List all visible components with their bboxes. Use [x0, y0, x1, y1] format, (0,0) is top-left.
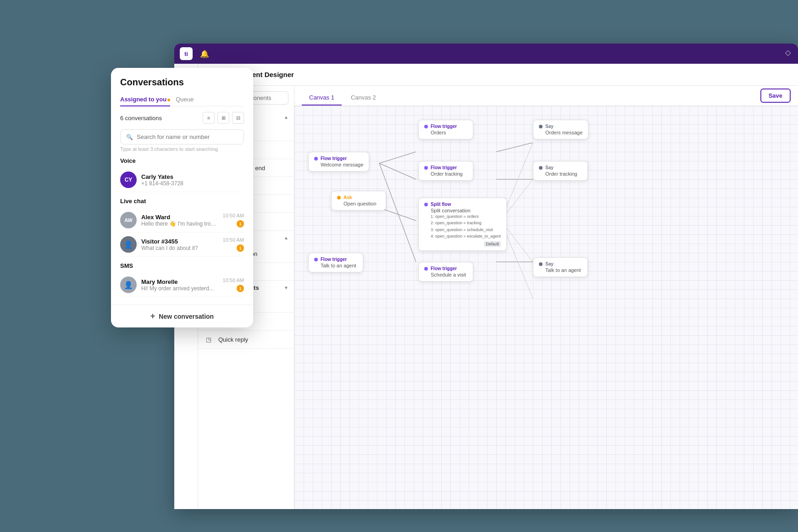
top-bar: ti 🔔 ◇	[174, 44, 798, 64]
app-logo: ti	[180, 47, 193, 60]
node-dot-split	[424, 203, 428, 206]
app-window: ti 🔔 ◇ 🏠 Order requests Designer ◀ Virtu…	[174, 44, 798, 509]
mary-name: Mary Morelle	[141, 278, 218, 285]
visitor-meta: 10:50 AM 1	[223, 237, 244, 252]
avatar-alex: AW	[120, 212, 137, 228]
flow-node-schedule[interactable]: Flow trigger Schedule a visit	[418, 262, 473, 282]
conversations-card: Conversations Assigned to you Queue 6 co…	[111, 68, 253, 327]
digital-toggle-icon: ▼	[284, 285, 288, 290]
visitor-info: Visitor #3455 What can I do about it?	[141, 238, 218, 251]
conversations-title: Conversations	[120, 77, 244, 88]
contact-mary-morelle[interactable]: 👤 Mary Morelle Hi! My order arrived yest…	[120, 273, 244, 297]
default-badge: Default	[484, 241, 501, 247]
alex-info: Alex Ward Hello there 👋 I'm having troub…	[141, 214, 218, 227]
alex-name: Alex Ward	[141, 214, 218, 221]
bell-icon[interactable]: 🔔	[198, 47, 211, 60]
voice-section-label: Voice	[120, 157, 244, 164]
new-conversation-button[interactable]: + New conversation	[111, 305, 253, 327]
flow-node-say-agent[interactable]: Say Talk to an agent	[533, 257, 588, 277]
general-toggle-icon: ▲	[284, 115, 288, 120]
conv-tab-assigned[interactable]: Assigned to you	[120, 93, 170, 106]
conv-action-buttons: ≡ ⊞ ⊟	[203, 112, 244, 124]
mary-meta: 10:50 AM 1	[223, 277, 244, 292]
flow-node-split[interactable]: Split flow Split conversation 1: open_qu…	[418, 198, 507, 251]
flow-node-orders[interactable]: Flow trigger Orders	[418, 120, 473, 139]
flow-node-ask[interactable]: Ask Open question	[331, 191, 386, 211]
canvas-tab-2[interactable]: Canvas 2	[344, 90, 383, 105]
flow-node-say-tracking[interactable]: Say Order tracking	[533, 161, 588, 181]
plus-icon: +	[150, 311, 155, 321]
node-dot-say-agent	[539, 262, 543, 266]
alex-time: 10:50 AM	[223, 213, 244, 218]
conversations-tabs: Assigned to you Queue	[120, 93, 244, 106]
conversations-header: Conversations Assigned to you Queue	[111, 68, 253, 106]
agent-header: ◀ Virtual Agent Designer	[198, 64, 798, 86]
carly-name: Carly Yates	[141, 173, 244, 180]
svg-line-3	[379, 163, 416, 262]
avatar-mary: 👤	[120, 277, 137, 293]
node-dot-say-tracking	[539, 166, 543, 170]
alex-preview: Hello there 👋 I'm having trouble...	[141, 221, 218, 227]
mary-preview: Hi! My order arrived yesterd...	[141, 285, 218, 292]
contact-alex-ward[interactable]: AW Alex Ward Hello there 👋 I'm having tr…	[120, 208, 244, 233]
node-dot-welcome	[314, 157, 318, 161]
conv-count-row: 6 conversations ≡ ⊞ ⊟	[120, 112, 244, 124]
list-view-button[interactable]: ≡	[203, 112, 215, 124]
contact-visitor-3455[interactable]: 👤 Visitor #3455 What can I do about it? …	[120, 233, 244, 257]
live-chat-section-label: Live chat	[120, 198, 244, 205]
grid-view-button[interactable]: ⊞	[217, 112, 229, 124]
diamond-icon[interactable]: ◇	[785, 48, 791, 57]
search-hint: Type at least 3 characters to start sear…	[120, 146, 244, 152]
contact-carly-yates[interactable]: CY Carly Yates +1 814-458-3728	[120, 168, 244, 192]
flow-node-talk-agent[interactable]: Flow trigger Talk to an agent	[308, 253, 363, 272]
node-dot-say-orders	[539, 125, 543, 128]
avatar-visitor: 👤	[120, 236, 137, 253]
visitor-unread-badge: 1	[237, 244, 244, 252]
avatar-carly: CY	[120, 172, 137, 188]
visitor-preview: What can I do about it?	[141, 245, 218, 251]
carly-phone: +1 814-458-3728	[141, 180, 244, 187]
mary-time: 10:50 AM	[223, 277, 244, 283]
conv-count: 6 conversations	[120, 115, 162, 122]
node-dot-talk-agent	[314, 258, 318, 261]
flow-canvas[interactable]: Flow trigger Welcome message Ask Open qu…	[294, 106, 798, 509]
conv-tab-queue[interactable]: Queue	[176, 93, 194, 106]
canvas-tab-1[interactable]: Canvas 1	[302, 90, 342, 105]
quick-reply-label: Quick reply	[218, 336, 248, 343]
mary-info: Mary Morelle Hi! My order arrived yester…	[141, 278, 218, 292]
search-field-icon: 🔍	[126, 134, 133, 140]
assigned-dot	[167, 99, 170, 101]
save-button[interactable]: Save	[760, 89, 791, 103]
flow-node-say-orders[interactable]: Say Orders message	[533, 120, 588, 139]
automation-toggle-icon: ▲	[284, 235, 288, 240]
node-dot-orders	[424, 125, 428, 128]
node-dot-schedule	[424, 267, 428, 271]
svg-line-4	[496, 143, 533, 152]
visitor-name: Visitor #3455	[141, 238, 218, 245]
alex-unread-badge: 1	[237, 220, 244, 227]
node-dot-tracking	[424, 166, 428, 170]
quick-reply-icon: ◳	[204, 334, 214, 344]
filter-button[interactable]: ⊟	[232, 112, 244, 124]
search-field[interactable]: 🔍	[120, 129, 244, 144]
split-options: 1: open_question = orders 2: open_questi…	[424, 213, 501, 240]
flow-node-order-tracking[interactable]: Flow trigger Order tracking	[418, 161, 473, 181]
alex-meta: 10:50 AM 1	[223, 213, 244, 227]
svg-line-0	[379, 152, 416, 163]
visitor-time: 10:50 AM	[223, 237, 244, 243]
canvas-tabs-bar: Canvas 1 Canvas 2 Save	[294, 86, 798, 106]
search-field-input[interactable]	[137, 133, 238, 140]
designer-area: 🔍 General ▲ ? Ask ☰ Comment ● Conversati…	[198, 86, 798, 509]
mary-unread-badge: 1	[237, 285, 244, 292]
flow-node-welcome[interactable]: Flow trigger Welcome message	[308, 152, 369, 172]
sms-section-label: SMS	[120, 262, 244, 269]
svg-line-1	[379, 163, 416, 179]
node-dot-ask	[337, 196, 341, 200]
component-quick-reply[interactable]: ◳ Quick reply	[198, 331, 294, 349]
new-conversation-label: New conversation	[159, 313, 214, 320]
carly-info: Carly Yates +1 814-458-3728	[141, 173, 244, 187]
conversations-body: 6 conversations ≡ ⊞ ⊟ 🔍 Type at least 3 …	[111, 106, 253, 303]
